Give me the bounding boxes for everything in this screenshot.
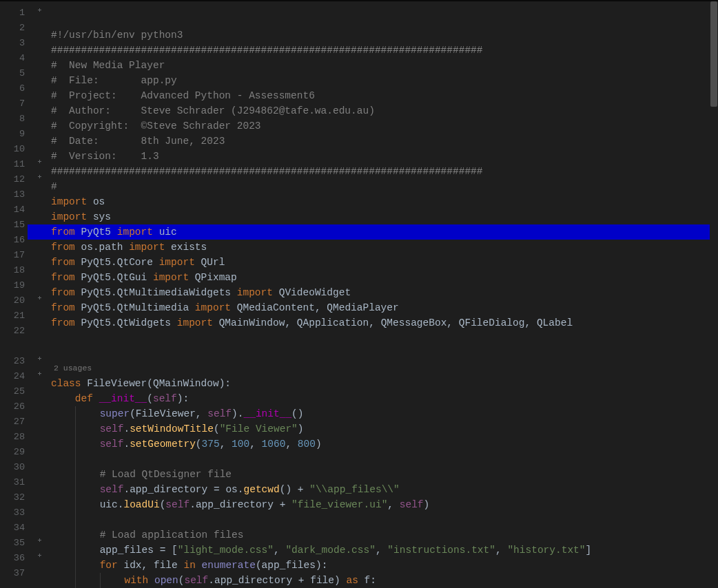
line-number[interactable]: 29 <box>0 445 32 460</box>
line-number[interactable]: 32 <box>0 490 32 505</box>
fold-open-icon[interactable] <box>37 539 43 545</box>
code-line[interactable]: # Load QtDesigner file <box>51 467 718 482</box>
line-number[interactable]: 36 <box>0 551 32 566</box>
code-line[interactable] <box>51 346 718 361</box>
code-line[interactable]: from PyQt5.QtWidgets import QMainWindow,… <box>51 315 718 330</box>
code-line[interactable] <box>51 330 718 346</box>
line-number[interactable]: 13 <box>0 187 32 202</box>
fold-cell[interactable] <box>32 536 47 551</box>
code-line[interactable]: from PyQt5 import uic <box>51 224 718 240</box>
fold-open-icon[interactable] <box>37 176 43 182</box>
fold-cell <box>32 96 47 112</box>
line-number[interactable]: 26 <box>0 399 32 414</box>
code-line[interactable]: uic.loadUi(self.app_directory + "file_vi… <box>51 497 718 512</box>
code-line[interactable]: from PyQt5.QtCore import QUrl <box>51 255 718 270</box>
code-line[interactable]: from os.path import exists <box>51 240 718 255</box>
code-line[interactable]: # Copyright: ©Steve Schrader 2023 <box>51 118 718 134</box>
line-number[interactable]: 2 <box>0 21 32 36</box>
line-number[interactable]: 11 <box>0 157 32 172</box>
fold-open-icon[interactable] <box>37 357 43 364</box>
scrollbar-thumb[interactable] <box>710 1 717 107</box>
fold-open-icon[interactable] <box>37 554 43 560</box>
line-number[interactable]: 7 <box>0 96 32 112</box>
usage-hint[interactable]: 2 usages <box>51 361 718 376</box>
line-number-gutter[interactable]: 12345678910111213141516171819202122 2324… <box>0 1 32 588</box>
line-number[interactable]: 28 <box>0 430 32 445</box>
code-line[interactable]: self.setWindowTitle("File Viewer") <box>51 421 718 437</box>
code-line[interactable]: # Project: Advanced Python - Assessment6 <box>51 88 718 103</box>
line-number[interactable]: 37 <box>0 566 32 581</box>
code-line[interactable]: # File: app.py <box>51 73 718 88</box>
code-line[interactable]: with open(self.app_directory + file) as … <box>51 573 718 588</box>
line-number[interactable]: 23 <box>0 354 32 369</box>
code-area[interactable]: #!/usr/bin/env python3##################… <box>47 1 718 588</box>
line-number[interactable]: 12 <box>0 172 32 187</box>
fold-cell[interactable] <box>32 157 47 172</box>
code-line[interactable]: #!/usr/bin/env python3 <box>51 28 718 43</box>
fold-cell[interactable] <box>32 551 47 566</box>
code-line[interactable]: import sys <box>51 209 718 224</box>
line-number[interactable]: 14 <box>0 202 32 218</box>
fold-cell[interactable] <box>32 293 47 308</box>
code-line[interactable]: for idx, file in enumerate(app_files): <box>51 558 718 573</box>
line-number[interactable]: 4 <box>0 51 32 66</box>
line-number[interactable]: 9 <box>0 127 32 142</box>
code-line[interactable]: # Version: 1.3 <box>51 149 718 164</box>
line-number[interactable]: 6 <box>0 81 32 96</box>
fold-close-icon[interactable] <box>37 160 43 167</box>
line-number[interactable]: 35 <box>0 536 32 551</box>
code-line[interactable]: app_files = ["light_mode.css", "dark_mod… <box>51 543 718 558</box>
line-number[interactable]: 10 <box>0 142 32 157</box>
code-line[interactable]: # <box>51 179 718 194</box>
token-punc: ): <box>177 393 189 404</box>
code-editor[interactable]: 12345678910111213141516171819202122 2324… <box>0 0 718 588</box>
code-line[interactable]: class FileViewer(QMainWindow): <box>51 376 718 391</box>
token-punc: ( <box>130 408 136 419</box>
code-line[interactable]: # Date: 8th June, 2023 <box>51 134 718 149</box>
line-number[interactable]: 20 <box>0 293 32 308</box>
code-line[interactable]: self.setGeometry(375, 100, 1060, 800) <box>51 437 718 452</box>
code-line[interactable]: from PyQt5.QtGui import QPixmap <box>51 270 718 285</box>
fold-cell <box>32 308 47 324</box>
code-line[interactable]: ########################################… <box>51 43 718 58</box>
fold-cell[interactable] <box>32 369 47 384</box>
line-number[interactable]: 8 <box>0 112 32 127</box>
fold-close-icon[interactable] <box>37 297 43 303</box>
fold-open-icon[interactable] <box>37 9 43 15</box>
token-punc: . <box>123 439 130 450</box>
line-number[interactable]: 17 <box>0 248 32 263</box>
fold-open-icon[interactable] <box>37 372 43 379</box>
line-number[interactable]: 27 <box>0 414 32 430</box>
fold-cell[interactable] <box>32 172 47 187</box>
code-line[interactable]: self.app_directory = os.getcwd() + "\\ap… <box>51 482 718 497</box>
code-line[interactable]: from PyQt5.QtMultimedia import QMediaCon… <box>51 300 718 315</box>
line-number[interactable]: 18 <box>0 263 32 278</box>
line-number[interactable]: 3 <box>0 36 32 51</box>
fold-cell[interactable] <box>32 354 47 369</box>
code-line[interactable] <box>51 452 718 467</box>
fold-cell[interactable] <box>32 6 47 21</box>
code-line[interactable]: def __init__(self): <box>51 391 718 406</box>
fold-column[interactable] <box>32 1 47 588</box>
code-line[interactable]: # Load application files <box>51 527 718 543</box>
line-number[interactable]: 34 <box>0 521 32 536</box>
code-line[interactable]: super(FileViewer, self).__init__() <box>51 406 718 421</box>
code-line[interactable]: import os <box>51 194 718 209</box>
code-line[interactable]: ########################################… <box>51 164 718 179</box>
line-number[interactable]: 24 <box>0 369 32 384</box>
line-number[interactable]: 31 <box>0 475 32 490</box>
line-number[interactable]: 5 <box>0 66 32 81</box>
token-kw: with <box>124 575 154 586</box>
line-number[interactable]: 21 <box>0 308 32 324</box>
code-line[interactable]: # New Media Player <box>51 58 718 73</box>
line-number[interactable]: 33 <box>0 505 32 521</box>
code-line[interactable] <box>51 512 718 527</box>
code-line[interactable]: from PyQt5.QtMultimediaWidgets import QV… <box>51 285 718 300</box>
line-number[interactable]: 25 <box>0 384 32 399</box>
vertical-scrollbar[interactable] <box>710 1 718 588</box>
line-number[interactable]: 19 <box>0 278 32 293</box>
code-line[interactable]: # Author: Steve Schrader (J294862@tafe.w… <box>51 103 718 118</box>
line-number[interactable]: 30 <box>0 460 32 475</box>
line-number[interactable]: 1 <box>0 6 32 21</box>
line-number[interactable]: 22 <box>0 324 32 339</box>
